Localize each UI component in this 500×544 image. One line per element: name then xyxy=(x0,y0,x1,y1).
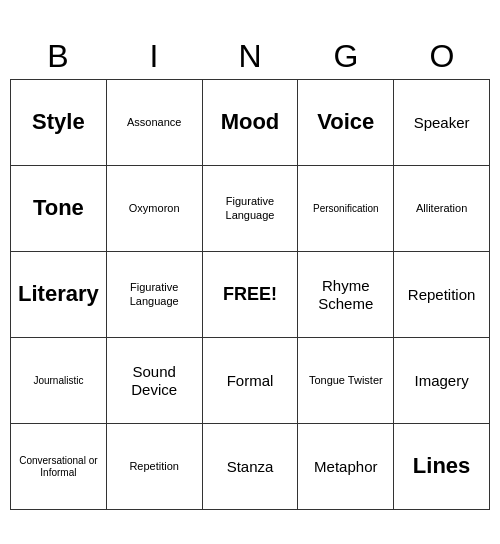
cell-label: Figurative Language xyxy=(206,195,295,221)
cell-label: Metaphor xyxy=(314,458,377,476)
cell-r1-c2: Figurative Language xyxy=(203,166,299,252)
cell-label: Oxymoron xyxy=(129,202,180,215)
header-letter: G xyxy=(298,34,394,79)
cell-r3-c2: Formal xyxy=(203,338,299,424)
bingo-header: BINGO xyxy=(10,34,490,79)
cell-r1-c4: Alliteration xyxy=(394,166,490,252)
cell-label: Tongue Twister xyxy=(309,374,383,387)
bingo-card: BINGO StyleAssonanceMoodVoiceSpeakerTone… xyxy=(10,34,490,510)
bingo-grid: StyleAssonanceMoodVoiceSpeakerToneOxymor… xyxy=(10,79,490,510)
cell-r3-c1: Sound Device xyxy=(107,338,203,424)
cell-label: Conversational or Informal xyxy=(14,455,103,479)
cell-r1-c1: Oxymoron xyxy=(107,166,203,252)
cell-r4-c1: Repetition xyxy=(107,424,203,510)
cell-r4-c0: Conversational or Informal xyxy=(11,424,107,510)
cell-label: Repetition xyxy=(408,286,476,304)
cell-label: Alliteration xyxy=(416,202,467,215)
cell-label: Repetition xyxy=(129,460,179,473)
cell-label: Mood xyxy=(221,109,280,135)
header-letter: N xyxy=(202,34,298,79)
cell-r1-c3: Personification xyxy=(298,166,394,252)
header-letter: I xyxy=(106,34,202,79)
header-letter: B xyxy=(10,34,106,79)
cell-label: Voice xyxy=(317,109,374,135)
cell-label: Figurative Language xyxy=(110,281,199,307)
cell-r4-c3: Metaphor xyxy=(298,424,394,510)
cell-r0-c3: Voice xyxy=(298,80,394,166)
cell-r3-c4: Imagery xyxy=(394,338,490,424)
cell-r4-c4: Lines xyxy=(394,424,490,510)
cell-r1-c0: Tone xyxy=(11,166,107,252)
cell-label: Sound Device xyxy=(110,363,199,399)
cell-r0-c4: Speaker xyxy=(394,80,490,166)
cell-label: Style xyxy=(32,109,85,135)
cell-r3-c0: Journalistic xyxy=(11,338,107,424)
cell-label: Literary xyxy=(18,281,99,307)
cell-label: FREE! xyxy=(223,284,277,306)
cell-r2-c2: FREE! xyxy=(203,252,299,338)
cell-r4-c2: Stanza xyxy=(203,424,299,510)
cell-r0-c0: Style xyxy=(11,80,107,166)
cell-r2-c4: Repetition xyxy=(394,252,490,338)
cell-r0-c1: Assonance xyxy=(107,80,203,166)
cell-r0-c2: Mood xyxy=(203,80,299,166)
cell-label: Journalistic xyxy=(33,375,83,387)
cell-label: Lines xyxy=(413,453,470,479)
cell-label: Personification xyxy=(313,203,379,215)
cell-label: Stanza xyxy=(227,458,274,476)
cell-label: Imagery xyxy=(415,372,469,390)
cell-label: Speaker xyxy=(414,114,470,132)
cell-label: Formal xyxy=(227,372,274,390)
cell-r2-c3: Rhyme Scheme xyxy=(298,252,394,338)
cell-label: Tone xyxy=(33,195,84,221)
cell-label: Rhyme Scheme xyxy=(301,277,390,313)
cell-r3-c3: Tongue Twister xyxy=(298,338,394,424)
cell-r2-c1: Figurative Language xyxy=(107,252,203,338)
header-letter: O xyxy=(394,34,490,79)
cell-r2-c0: Literary xyxy=(11,252,107,338)
cell-label: Assonance xyxy=(127,116,181,129)
